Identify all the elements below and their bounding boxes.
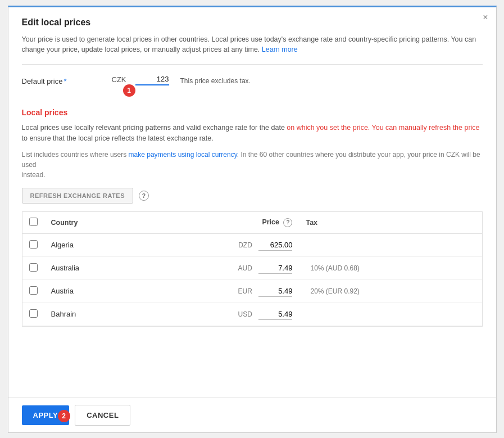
row-checkbox-cell bbox=[22, 233, 44, 256]
row-country: Austria bbox=[44, 279, 142, 302]
table-row: Algeria DZD bbox=[22, 233, 482, 256]
refresh-help-icon[interactable]: ? bbox=[139, 191, 149, 201]
description-text: Your price is used to generate local pri… bbox=[22, 35, 476, 54]
row-currency: EUR bbox=[238, 287, 252, 295]
th-country: Country bbox=[44, 212, 142, 234]
local-prices-note: List includes countries where users make… bbox=[22, 150, 483, 180]
table-row: Australia AUD 10% (AUD 0.68) bbox=[22, 256, 482, 279]
prices-table-container: Country Price ? Tax bbox=[22, 211, 483, 327]
row-amount-input[interactable] bbox=[258, 240, 292, 251]
row-currency: AUD bbox=[238, 264, 252, 272]
row-country: Algeria bbox=[44, 233, 142, 256]
row-price-cell: AUD bbox=[142, 256, 299, 279]
row-price-cell: USD bbox=[142, 302, 299, 326]
local-desc-line1: Local prices use locally relevant pricin… bbox=[22, 124, 480, 142]
th-price: Price ? bbox=[142, 212, 299, 234]
country-checkbox-0[interactable] bbox=[29, 240, 38, 249]
th-tax: Tax bbox=[299, 212, 482, 234]
row-tax bbox=[299, 302, 482, 326]
th-checkbox bbox=[22, 212, 44, 234]
price-input-group: CZK This price excludes tax. 1 bbox=[112, 74, 251, 85]
table-row: Austria EUR 20% (EUR 0.92) bbox=[22, 279, 482, 302]
local-currency-link[interactable]: make payments using local currency bbox=[129, 151, 237, 159]
select-all-checkbox[interactable] bbox=[29, 218, 38, 226]
learn-more-link[interactable]: Learn more bbox=[262, 46, 298, 53]
table-row: Bahrain USD bbox=[22, 302, 482, 326]
price-help-icon[interactable]: ? bbox=[283, 218, 292, 227]
row-tax: 20% (EUR 0.92) bbox=[299, 279, 482, 302]
cancel-button[interactable]: CANCEL bbox=[75, 405, 130, 426]
row-checkbox-cell bbox=[22, 302, 44, 326]
divider-1 bbox=[22, 64, 483, 65]
row-tax: 10% (AUD 0.68) bbox=[299, 256, 482, 279]
dialog-title: Edit local prices bbox=[22, 17, 483, 28]
refresh-row: REFRESH EXCHANGE RATES ? bbox=[22, 188, 483, 204]
row-amount-input[interactable] bbox=[258, 286, 292, 297]
local-prices-title: Local prices bbox=[22, 108, 483, 117]
refresh-exchange-rates-button[interactable]: REFRESH EXCHANGE RATES bbox=[22, 188, 133, 204]
tax-note: This price excludes tax. bbox=[180, 75, 251, 85]
row-amount-input[interactable] bbox=[258, 263, 292, 274]
price-input-row: CZK This price excludes tax. bbox=[112, 74, 251, 85]
country-checkbox-1[interactable] bbox=[29, 263, 38, 272]
dialog-body: Edit local prices Your price is used to … bbox=[8, 7, 496, 398]
row-amount-input[interactable] bbox=[258, 309, 292, 320]
local-prices-description: Local prices use locally relevant pricin… bbox=[22, 123, 483, 144]
row-currency: USD bbox=[238, 310, 252, 318]
row-checkbox-cell bbox=[22, 256, 44, 279]
default-price-input[interactable] bbox=[135, 74, 169, 85]
edit-local-prices-dialog: × Edit local prices Your price is used t… bbox=[8, 6, 497, 433]
row-price-cell: DZD bbox=[142, 233, 299, 256]
row-country: Bahrain bbox=[44, 302, 142, 326]
close-button[interactable]: × bbox=[483, 13, 488, 22]
dialog-description: Your price is used to generate local pri… bbox=[22, 34, 483, 56]
table-header-row: Country Price ? Tax bbox=[22, 212, 482, 234]
prices-table: Country Price ? Tax bbox=[22, 212, 482, 326]
row-currency: DZD bbox=[238, 241, 252, 249]
required-star: * bbox=[63, 77, 66, 85]
country-checkbox-2[interactable] bbox=[29, 286, 38, 295]
row-price-cell: EUR bbox=[142, 279, 299, 302]
step-badge-1: 1 bbox=[123, 84, 135, 97]
currency-label: CZK bbox=[112, 75, 129, 84]
dialog-footer: APPLY CANCEL 2 bbox=[8, 398, 496, 432]
default-price-label: Default price* bbox=[22, 74, 89, 85]
row-tax bbox=[299, 233, 482, 256]
row-country: Australia bbox=[44, 256, 142, 279]
row-checkbox-cell bbox=[22, 279, 44, 302]
local-prices-section: Local prices Local prices use locally re… bbox=[22, 108, 483, 327]
default-price-row: Default price* CZK This price excludes t… bbox=[22, 74, 483, 85]
step-badge-2: 2 bbox=[58, 410, 70, 422]
table-body: Algeria DZD Australia AUD 10% (AUD 0.68)… bbox=[22, 233, 482, 326]
country-checkbox-3[interactable] bbox=[29, 309, 38, 318]
